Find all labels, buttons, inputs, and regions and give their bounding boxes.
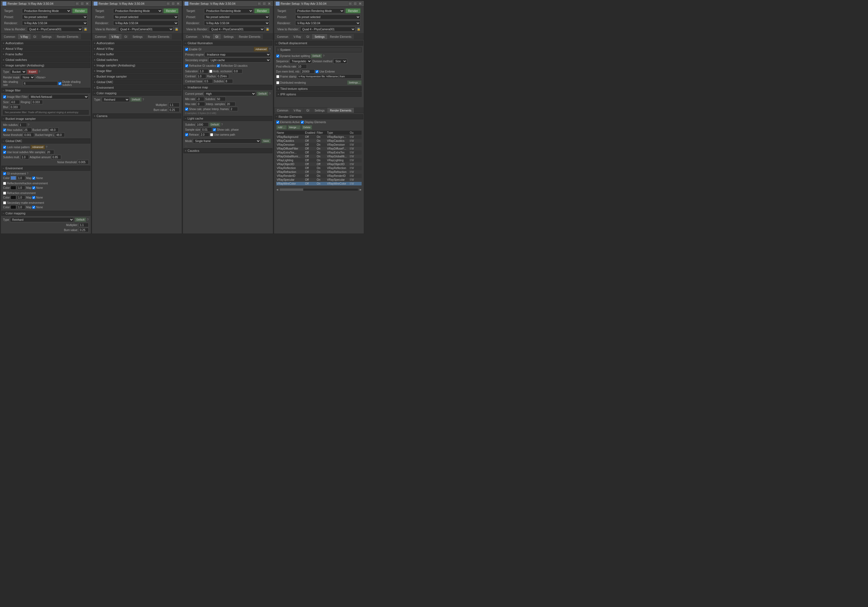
gi-advanced-btn[interactable]: Advanced bbox=[254, 47, 268, 51]
post-effects-rate-input[interactable] bbox=[297, 64, 307, 69]
lc-show-calc-check[interactable] bbox=[213, 128, 216, 131]
filter-size-input[interactable] bbox=[10, 100, 20, 104]
cm-default-2[interactable]: Default bbox=[130, 97, 142, 102]
dmc-noise-threshold-input[interactable] bbox=[78, 160, 89, 165]
adaptive-amount-input[interactable] bbox=[51, 155, 61, 159]
minimize-btn-4[interactable]: ─ bbox=[348, 2, 352, 6]
view-select-1[interactable]: Quad 4 - PhysCamera001 bbox=[27, 27, 82, 32]
table-row[interactable]: VRayCausticsOffOnVRayCausticsI:\V bbox=[276, 139, 362, 143]
section-image-filter[interactable]: −Image filter bbox=[2, 88, 90, 93]
sec-matte-swatch[interactable] bbox=[11, 205, 16, 209]
interp-frames-input[interactable] bbox=[229, 107, 238, 111]
tab-common-1[interactable]: Common bbox=[2, 34, 18, 39]
preset-select-1[interactable]: No preset selected bbox=[22, 14, 88, 19]
restore-btn-3[interactable]: □ bbox=[262, 2, 266, 6]
divide-shading-subdivs-check[interactable] bbox=[58, 82, 61, 85]
delete-element-btn[interactable]: Delete bbox=[302, 125, 312, 130]
target-select-2[interactable]: Production Rendering Mode bbox=[113, 8, 162, 13]
distributed-rendering-check[interactable] bbox=[276, 81, 279, 84]
max-subdivs-input[interactable] bbox=[23, 127, 32, 132]
tab-re-4re[interactable]: Render Elements bbox=[327, 108, 354, 113]
renderer-select-3[interactable]: V-Ray Adv 3.50.04 bbox=[204, 20, 270, 26]
section-tiled-texture[interactable]: +Tiled texture options bbox=[276, 86, 362, 91]
refl-color-swatch[interactable] bbox=[11, 186, 16, 189]
section-cm-2[interactable]: −Color mapping bbox=[93, 91, 181, 96]
tab-render-elements-3[interactable]: Render Elements bbox=[237, 34, 263, 39]
tab-gi-4s[interactable]: GI bbox=[304, 34, 312, 39]
reflective-caustics-check[interactable] bbox=[217, 64, 220, 67]
section-caustics[interactable]: +Caustics bbox=[183, 148, 272, 153]
tab-common-3[interactable]: Common bbox=[183, 34, 200, 39]
tab-re-4s[interactable]: Render Elements bbox=[327, 34, 354, 39]
section-global-switches[interactable]: +Global switches bbox=[2, 57, 90, 62]
section-color-mapping-1[interactable]: −Color mapping bbox=[2, 211, 90, 216]
close-btn-3[interactable]: ✕ bbox=[267, 2, 271, 6]
table-row[interactable]: VRaySpecularOffOnVRaySpecularI:\V bbox=[276, 178, 362, 182]
lc-save-btn[interactable]: Save bbox=[262, 139, 271, 143]
section-gs-2[interactable]: +Global switches bbox=[93, 57, 181, 62]
refractive-caustics-check[interactable] bbox=[185, 64, 188, 67]
tab-vray-2[interactable]: V-Ray bbox=[109, 34, 121, 39]
table-row[interactable]: VRayBackgroundOffOnVRayBackgro...I:\V bbox=[276, 135, 362, 139]
section-global-dmc[interactable]: −Global DMC bbox=[2, 138, 90, 143]
min-shading-rate-input[interactable] bbox=[23, 81, 57, 85]
preset-select-2[interactable]: No preset selected bbox=[113, 14, 179, 19]
cm-burn-2[interactable] bbox=[169, 108, 180, 112]
bucket-width-input[interactable] bbox=[49, 127, 59, 132]
table-row[interactable]: VRayGlobalIllumi...OffOnVRayGlobalIlli..… bbox=[276, 155, 362, 158]
interp-samples-input[interactable] bbox=[226, 102, 236, 106]
refl-map-check[interactable] bbox=[32, 186, 35, 189]
enable-gi-check[interactable] bbox=[185, 48, 188, 51]
table-row[interactable]: VRayRefractionOffOnVRayRefractionI:\V bbox=[276, 170, 362, 174]
section-env-2[interactable]: +Environment bbox=[93, 85, 181, 90]
section-render-elements[interactable]: −Render Elements bbox=[274, 114, 364, 119]
expert-btn[interactable]: Expert bbox=[27, 70, 38, 74]
tab-common-4s[interactable]: Common bbox=[274, 34, 291, 39]
section-fb-2[interactable]: +Frame buffer bbox=[93, 52, 181, 57]
lock-icon-3[interactable]: 🔒 bbox=[266, 27, 270, 31]
contrast-input[interactable] bbox=[197, 74, 206, 78]
gi-color-val[interactable] bbox=[17, 176, 25, 180]
advanced-btn-dmc[interactable]: Advanced bbox=[31, 145, 45, 149]
lc-default-btn[interactable]: Default bbox=[209, 122, 221, 127]
render-button-3[interactable]: Render bbox=[254, 8, 269, 13]
renderer-select-4[interactable]: V-Ray Adv 3.50.04 bbox=[295, 20, 361, 26]
frame-stamp-input[interactable] bbox=[297, 74, 361, 79]
cm-default-btn-1[interactable]: Default bbox=[75, 217, 86, 222]
renderer-select-1[interactable]: V-Ray Adv 3.50.04 bbox=[22, 20, 88, 26]
tab-settings-2[interactable]: Settings bbox=[130, 34, 145, 39]
filter-ringing-input[interactable] bbox=[32, 100, 43, 104]
render-button-1[interactable]: Render bbox=[72, 8, 87, 13]
cm-type-2[interactable]: Reinhard bbox=[102, 97, 130, 102]
sec-matte-val[interactable] bbox=[17, 205, 25, 210]
restore-btn-1[interactable]: □ bbox=[80, 2, 84, 6]
radius-input[interactable] bbox=[217, 74, 229, 78]
gi-subdivs-input[interactable] bbox=[225, 79, 233, 84]
amb-occ-check[interactable] bbox=[209, 70, 212, 73]
render-button-2[interactable]: Render bbox=[163, 8, 178, 13]
tab-common-4re[interactable]: Common bbox=[274, 108, 291, 113]
render-button-4[interactable]: Render bbox=[346, 8, 361, 13]
preset-select-3[interactable]: No preset selected bbox=[204, 14, 270, 19]
minimize-btn-3[interactable]: ─ bbox=[257, 2, 261, 6]
tab-vray-4re[interactable]: V-Ray bbox=[291, 108, 304, 113]
image-filter-check[interactable] bbox=[3, 95, 6, 98]
refr-env-check[interactable] bbox=[3, 192, 6, 195]
section-authorization[interactable]: +Authorization bbox=[2, 40, 90, 46]
use-embree-check[interactable] bbox=[315, 70, 319, 73]
section-bis-2[interactable]: +Bucket image sampler bbox=[93, 74, 181, 79]
tab-gi-1[interactable]: GI bbox=[31, 34, 39, 39]
section-camera-2[interactable]: +Camera bbox=[93, 113, 181, 118]
section-system[interactable]: −System bbox=[276, 47, 362, 52]
tab-render-elements-2[interactable]: Render Elements bbox=[146, 34, 172, 39]
min-samples-input[interactable] bbox=[46, 150, 54, 154]
sec-matte-map-check[interactable] bbox=[32, 206, 35, 209]
section-ipr[interactable]: +IPR options bbox=[276, 92, 362, 97]
contrast-base-input[interactable] bbox=[203, 79, 213, 84]
dbs-default-btn[interactable]: Default bbox=[311, 54, 322, 58]
amb-occ-input[interactable] bbox=[232, 69, 242, 73]
target-select-3[interactable]: Production Rendering Mode bbox=[204, 8, 253, 13]
refr-color-swatch[interactable] bbox=[11, 196, 16, 199]
lock-noise-check[interactable] bbox=[3, 146, 6, 149]
merge-element-btn[interactable]: Merge ... bbox=[288, 125, 301, 130]
